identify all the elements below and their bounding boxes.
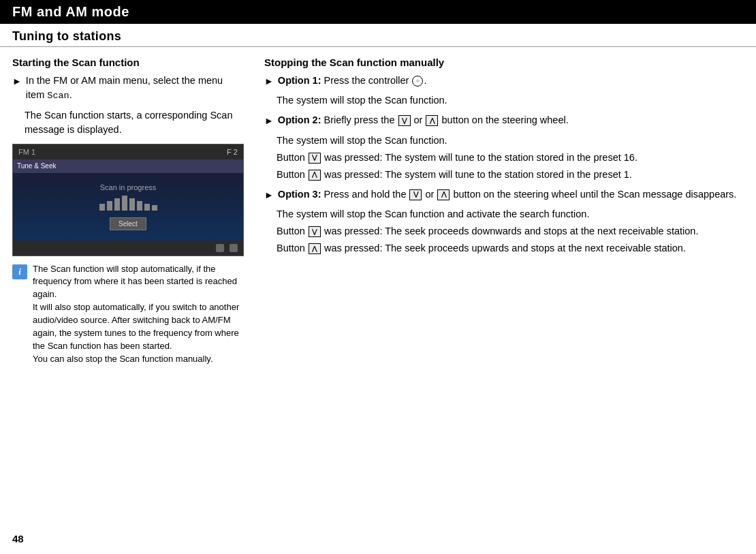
left-col-title: Starting the Scan function xyxy=(12,57,244,68)
bar-3 xyxy=(114,198,120,211)
option3-sub3: Button ⋀ was pressed: The seek proceeds … xyxy=(264,241,744,256)
screen-icon-1 xyxy=(216,244,224,252)
up-button-icon-2: ⋀ xyxy=(309,170,321,181)
page-number: 48 xyxy=(12,533,24,544)
option2-sub3: Button ⋀ was pressed: The system will tu… xyxy=(264,168,744,182)
down-button-icon-3: ⋁ xyxy=(409,189,422,200)
screen-icon-2 xyxy=(230,244,238,252)
left-bullet-1: ► In the FM or AM main menu, select the … xyxy=(12,74,244,103)
screen-bottom-bar xyxy=(13,241,243,256)
option1-sub: The system will stop the Scan function. xyxy=(264,93,744,108)
info-text: The Scan function will stop automaticall… xyxy=(33,263,244,366)
mono-scan: Scan xyxy=(47,91,69,101)
bullet-text-opt2: Option 2: Briefly press the ⋁ or ⋀ butto… xyxy=(278,113,569,127)
right-col-title: Stopping the Scan function manually xyxy=(264,57,744,68)
bar-2 xyxy=(107,201,112,211)
page-title: FM and AM mode xyxy=(12,4,129,19)
bullet-arrow-opt1: ► xyxy=(264,74,274,88)
option3-label: Option 3: xyxy=(278,189,321,200)
page-container: FM and AM mode Tuning to stations Starti… xyxy=(0,0,756,554)
bullet-arrow-1: ► xyxy=(12,74,22,88)
bullet-arrow-opt2: ► xyxy=(264,114,274,127)
screen-fm-label: FM 1 xyxy=(18,148,35,156)
select-button[interactable]: Select xyxy=(110,217,146,230)
bullet-text-opt1: Option 1: Press the controller ○. xyxy=(278,74,427,88)
right-option-2: ► Option 2: Briefly press the ⋁ or ⋀ but… xyxy=(264,113,744,127)
option1-label: Option 1: xyxy=(278,75,321,86)
screen-body: Scan in progress Select xyxy=(13,173,243,241)
right-column: Stopping the Scan function manually ► Op… xyxy=(264,57,744,365)
progress-bars xyxy=(99,196,157,211)
bar-1 xyxy=(99,204,105,211)
option3-sub1: The system will stop the Scan function a… xyxy=(264,207,744,221)
bullet-text-1: In the FM or AM main menu, select the me… xyxy=(26,74,244,103)
up-button-icon-4: ⋀ xyxy=(309,243,321,254)
down-button-icon-1: ⋁ xyxy=(398,115,411,126)
screen-image: FM 1 F 2 Tune & Seek Scan in progress xyxy=(12,144,244,256)
down-button-icon-2: ⋁ xyxy=(309,153,321,164)
down-button-icon-4: ⋁ xyxy=(309,226,321,237)
bar-7 xyxy=(144,204,150,211)
scan-in-progress-label: Scan in progress xyxy=(100,183,157,191)
bar-4 xyxy=(122,196,127,211)
screen-menu-text: Tune & Seek xyxy=(17,162,56,170)
up-button-icon-3: ⋀ xyxy=(437,189,450,200)
option2-label: Option 2: xyxy=(278,114,321,125)
option2-sub1: The system will stop the Scan function. xyxy=(264,134,744,148)
info-box: i The Scan function will stop automatica… xyxy=(12,263,244,366)
bar-8 xyxy=(152,205,157,211)
left-bullet-1-sub: The Scan function starts, a correspondin… xyxy=(12,108,244,137)
title-bar: FM and AM mode xyxy=(0,0,756,24)
bullet-text-opt3: Option 3: Press and hold the ⋁ or ⋀ butt… xyxy=(278,187,737,202)
screen-top-bar: FM 1 F 2 xyxy=(13,144,243,159)
section-title: Tuning to stations xyxy=(12,29,121,43)
section-heading: Tuning to stations xyxy=(0,24,756,47)
screen-menu-bar: Tune & Seek xyxy=(13,159,243,173)
left-column: Starting the Scan function ► In the FM o… xyxy=(12,57,244,365)
screen-bottom-icons xyxy=(216,244,238,252)
option3-sub2: Button ⋁ was pressed: The seek proceeds … xyxy=(264,224,744,238)
right-option-3: ► Option 3: Press and hold the ⋁ or ⋀ bu… xyxy=(264,187,744,202)
bar-5 xyxy=(129,198,135,211)
up-button-icon-1: ⋀ xyxy=(426,115,438,126)
bar-6 xyxy=(137,201,142,211)
content-area: Starting the Scan function ► In the FM o… xyxy=(0,47,756,365)
info-icon: i xyxy=(12,264,27,279)
controller-circle-icon: ○ xyxy=(412,76,423,87)
right-option-1: ► Option 1: Press the controller ○. xyxy=(264,74,744,88)
option2-sub2: Button ⋁ was pressed: The system will tu… xyxy=(264,151,744,165)
screen-freq-label: F 2 xyxy=(227,148,238,156)
bullet-arrow-opt3: ► xyxy=(264,188,274,202)
